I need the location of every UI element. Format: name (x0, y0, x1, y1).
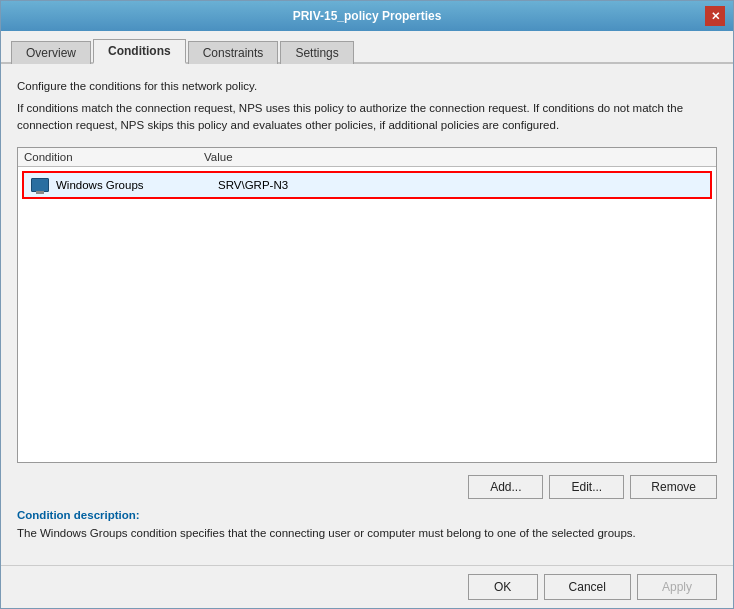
footer-buttons: OK Cancel Apply (1, 565, 733, 608)
tab-overview[interactable]: Overview (11, 41, 91, 64)
close-button[interactable]: ✕ (705, 6, 725, 26)
row-condition: Windows Groups (56, 179, 218, 191)
condition-desc-title: Condition description: (17, 509, 717, 521)
window-title: PRIV-15_policy Properties (29, 9, 705, 23)
row-value: SRV\GRP-N3 (218, 179, 288, 191)
table-action-buttons: Add... Edit... Remove (17, 475, 717, 499)
title-bar: PRIV-15_policy Properties ✕ (1, 1, 733, 31)
dialog-window: PRIV-15_policy Properties ✕ Overview Con… (0, 0, 734, 609)
condition-desc-text: The Windows Groups condition specifies t… (17, 525, 717, 541)
configure-text: Configure the conditions for this networ… (17, 78, 717, 94)
tab-constraints[interactable]: Constraints (188, 41, 279, 64)
windows-groups-icon (30, 177, 50, 193)
tab-conditions[interactable]: Conditions (93, 39, 186, 64)
cancel-button[interactable]: Cancel (544, 574, 631, 600)
col-header-value: Value (204, 151, 710, 163)
table-row[interactable]: Windows Groups SRV\GRP-N3 (22, 171, 712, 199)
col-header-condition: Condition (24, 151, 204, 163)
edit-button[interactable]: Edit... (549, 475, 624, 499)
content-area: Configure the conditions for this networ… (1, 64, 733, 565)
apply-button[interactable]: Apply (637, 574, 717, 600)
ok-button[interactable]: OK (468, 574, 538, 600)
table-header: Condition Value (18, 148, 716, 167)
tab-settings[interactable]: Settings (280, 41, 353, 64)
add-button[interactable]: Add... (468, 475, 543, 499)
info-text: If conditions match the connection reque… (17, 100, 717, 135)
remove-button[interactable]: Remove (630, 475, 717, 499)
conditions-table: Condition Value Windows Groups SRV\GRP-N… (17, 147, 717, 463)
tabs-bar: Overview Conditions Constraints Settings (1, 31, 733, 64)
condition-description-section: Condition description: The Windows Group… (17, 509, 717, 541)
